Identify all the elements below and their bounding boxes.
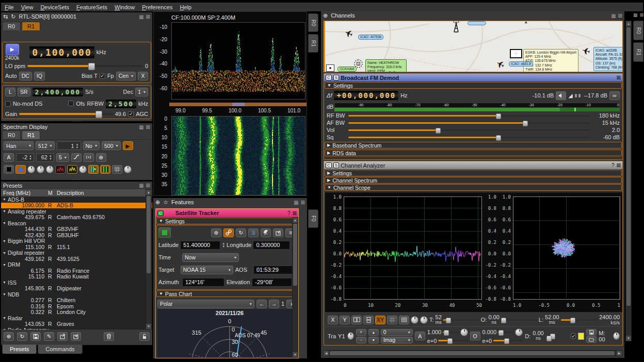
satellite-dish-icon[interactable] (261, 228, 271, 237)
memory-load-icon[interactable] (586, 336, 597, 343)
amp-knob[interactable] (460, 328, 468, 336)
ofs-checkbox[interactable] (68, 101, 74, 106)
tab-r1[interactable]: R1 (22, 22, 40, 30)
display-vertical-icon[interactable] (363, 316, 374, 324)
menu-item[interactable]: FeatureSets (73, 4, 111, 11)
features-side-tab-f0[interactable]: F0 (308, 209, 318, 228)
spectrum-side-tab-r1[interactable]: R1 (308, 34, 318, 53)
preset-lock-icon[interactable] (139, 332, 150, 341)
frequency-dial[interactable]: 0,100,000 (29, 46, 94, 58)
histogram-button[interactable] (15, 165, 26, 174)
iq-button[interactable]: IQ (34, 72, 45, 80)
channel-c-icon[interactable]: C (326, 75, 332, 80)
knob-dial[interactable] (46, 166, 54, 173)
preset-row[interactable]: ▼ ISS (1, 279, 152, 286)
preset-add-button[interactable]: ⊕ (4, 332, 14, 341)
scroll-up-icon[interactable]: ▲ (293, 218, 298, 223)
spectrum-histogram[interactable] (171, 22, 305, 100)
longitude-field[interactable]: 0.300000 (253, 241, 290, 250)
start-button[interactable]: ▶ (6, 44, 19, 55)
preset-row[interactable]: ▼ Biggin Hill VOR (1, 238, 152, 244)
ref-level-spinner[interactable]: -2▲▼ (16, 153, 34, 162)
rfbw-dial[interactable]: 2,500 (106, 100, 136, 108)
rf-broadcast-icon[interactable] (84, 153, 94, 162)
channels-hscrollbar[interactable]: ◀ ▶ (323, 350, 622, 356)
close-icon[interactable]: ⊠ (640, 12, 644, 18)
trace-channel-dropdown[interactable]: 0▾ (381, 329, 413, 336)
latitude-field[interactable]: 51.400000 (180, 241, 220, 250)
frequency-scale-bar[interactable] (169, 103, 307, 106)
knob-dial[interactable] (420, 316, 428, 324)
sq-slider[interactable] (348, 137, 591, 138)
preset-row[interactable]: ▼ Analog repeater (1, 208, 152, 215)
preset-row[interactable]: ▼ 145.805 R Digipeater (1, 286, 152, 292)
feature-c-icon[interactable]: C (157, 210, 164, 216)
ockham-tag[interactable]: OCKHAM (337, 67, 357, 72)
preset-row[interactable]: ▼ ADS-B (1, 196, 152, 203)
heathrow-infobox[interactable]: Name: HEATHROWFrequency: 316.0 kHzIdent:… (365, 59, 407, 72)
aircraft-infobox[interactable]: ICAO: ad33f8Aircraft: PA-31-310Altitude:… (593, 47, 623, 71)
background-color-button[interactable] (4, 165, 14, 174)
trace-mode-dropdown[interactable]: Imag▾ (381, 337, 413, 343)
channels-vscrollbar[interactable]: ▲ ▼ (625, 21, 632, 341)
baseband-spectrum-header[interactable]: ▶Baseband Spectrum (325, 142, 622, 149)
scope-xy-button[interactable]: XY (375, 316, 385, 324)
preset-row[interactable]: ▼ Digital repeater (1, 250, 152, 256)
sat-import-icon[interactable] (273, 228, 283, 237)
agc-checkbox[interactable]: ✓ (128, 111, 134, 117)
prev-pass-button[interactable]: ← (256, 300, 267, 308)
preset-row[interactable]: ▼ 432.430 R GB3UHF (1, 232, 152, 238)
decay-dropdown[interactable]: 5▾ (56, 153, 69, 162)
menu-item[interactable]: Help (176, 4, 195, 11)
adsb-map[interactable]: ✈ ✈ ✈ ✈ ICAO: 40753b D OCKHAM Name: HEAT… (324, 21, 623, 72)
preset-row[interactable]: ▼ 15.110 R Radio Kuwait (1, 274, 152, 280)
sat-link-icon[interactable] (223, 228, 234, 237)
aircraft-icao-tag[interactable]: ICAO: a6813f (509, 61, 533, 67)
aircraft-icon[interactable]: ✈ (521, 21, 531, 24)
amp-auto-button[interactable]: A (415, 332, 425, 340)
knob-dial[interactable] (79, 166, 87, 173)
avg-mode-dropdown[interactable]: No▾ (83, 141, 100, 150)
tree-caret-icon[interactable]: ▼ (1, 251, 8, 255)
tree-caret-icon[interactable]: ▼ (1, 316, 8, 320)
preset-row[interactable]: ▼ 144.430 R GB3VHF (1, 226, 152, 233)
scroll-up-icon[interactable]: ▲ (626, 21, 631, 26)
star-icon[interactable]: ☆ (163, 199, 168, 206)
tab-commands[interactable]: Commands (38, 344, 82, 354)
knob-dial[interactable] (411, 316, 418, 324)
col-description[interactable]: Description (57, 190, 84, 196)
gain-slider[interactable] (19, 113, 112, 115)
shrink-icon[interactable]: ▦ (633, 12, 638, 18)
egkb-infobox[interactable]: EGKB: London Biggin Hill AirportAPP: 129… (523, 49, 578, 72)
menu-item[interactable]: View (18, 4, 37, 11)
help-icon[interactable]: ? (287, 210, 291, 216)
max-trace-button[interactable] (55, 165, 66, 174)
afbw-slider[interactable] (348, 122, 591, 124)
menu-item[interactable]: Window (111, 4, 138, 11)
knob-dial[interactable] (37, 166, 44, 173)
tree-caret-icon[interactable]: ▼ (1, 209, 8, 213)
trace-intensity-knob[interactable] (347, 332, 354, 340)
lo-ppm-slider[interactable] (27, 65, 143, 67)
tree-caret-icon[interactable]: ▼ (1, 292, 8, 296)
presets-scrollbar[interactable]: ▲ ▼ (146, 189, 152, 330)
time-dropdown[interactable]: Now▾ (182, 253, 239, 262)
scroll-down-icon[interactable]: ▼ (293, 352, 298, 357)
knob-dial[interactable] (124, 166, 132, 173)
sat-settings-header[interactable]: ▼Settings (156, 218, 298, 224)
ofs-slider[interactable] (498, 332, 513, 333)
channel-s-icon[interactable]: S (333, 75, 339, 80)
shrink-icon[interactable]: ▦ (139, 14, 143, 20)
preset-row[interactable]: ▼ 143.053 R Graves (1, 321, 152, 327)
filter-curve-icon[interactable] (71, 153, 82, 162)
fm-demod-titlebar[interactable]: C S Broadcast FM Demod ⊠ (324, 74, 622, 81)
scope-x-button[interactable]: X (328, 316, 338, 324)
shrink-icon[interactable]: ▦ (139, 124, 143, 130)
close-icon[interactable]: ⊠ (146, 183, 150, 188)
close-icon[interactable]: ⊠ (618, 13, 622, 19)
offset-slider[interactable] (501, 319, 537, 321)
preset-row[interactable]: ▼ 0.322 R London City (1, 309, 152, 316)
add-feature-icon[interactable]: ⊕ (155, 199, 160, 206)
scope-y-button[interactable]: Y (340, 316, 350, 324)
nomod-checkbox[interactable] (5, 101, 11, 107)
